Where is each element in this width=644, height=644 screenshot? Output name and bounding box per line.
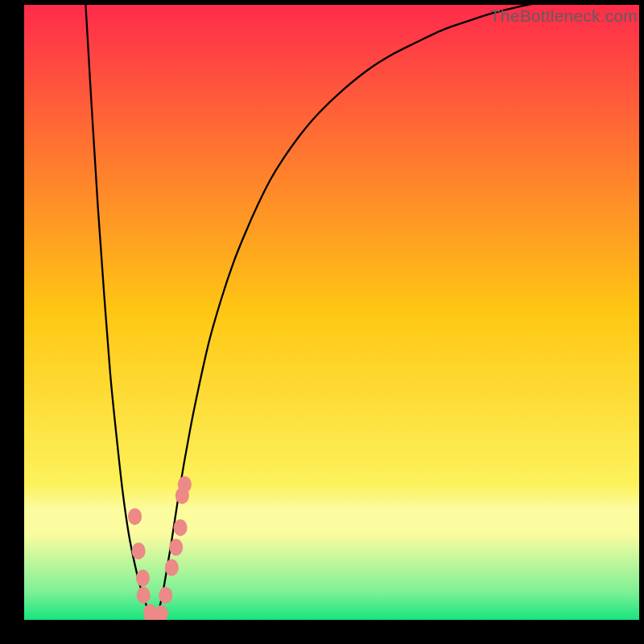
data-marker — [136, 570, 150, 587]
data-marker — [178, 476, 192, 493]
data-marker — [128, 508, 142, 525]
chart-frame: TheBottleneck.com — [0, 0, 644, 644]
chart-svg — [24, 5, 639, 620]
data-marker — [137, 587, 151, 604]
data-marker — [169, 539, 183, 555]
gradient-background — [24, 5, 639, 620]
data-marker — [174, 519, 188, 536]
data-marker — [159, 587, 172, 604]
data-marker — [132, 543, 146, 559]
plot-area — [24, 5, 639, 620]
data-marker — [165, 559, 179, 576]
watermark-text: TheBottleneck.com — [490, 6, 638, 26]
